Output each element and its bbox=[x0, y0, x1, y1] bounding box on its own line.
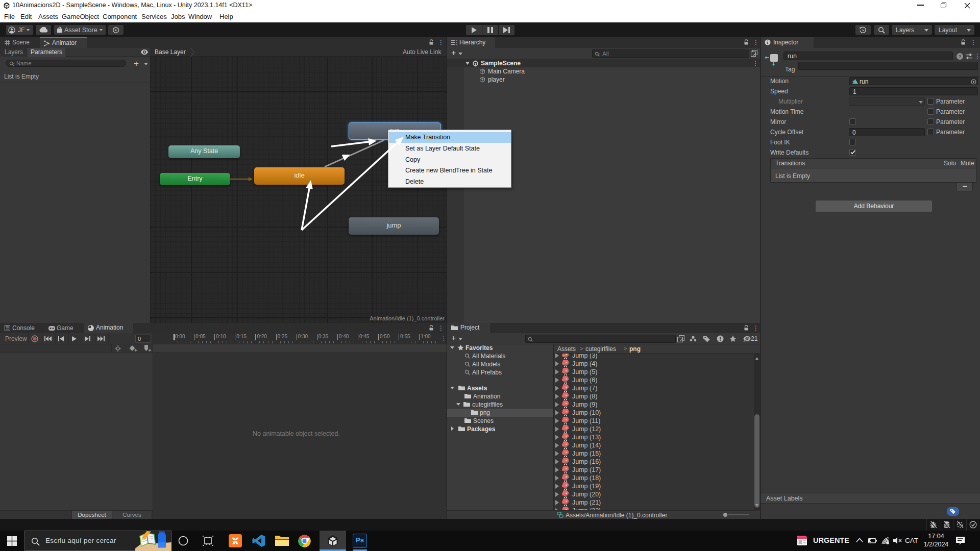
svg-text:?: ? bbox=[959, 54, 962, 59]
